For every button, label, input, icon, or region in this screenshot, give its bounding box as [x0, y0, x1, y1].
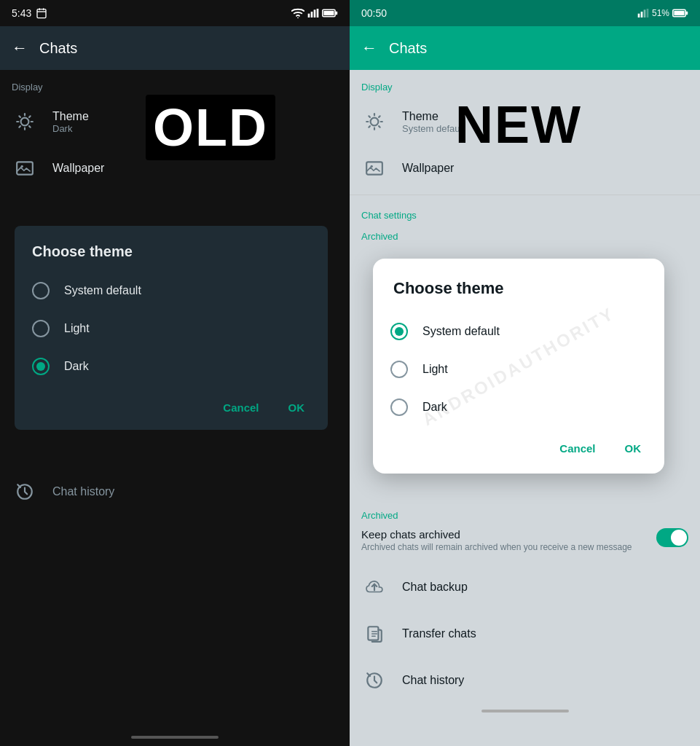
- svg-rect-7: [317, 9, 319, 17]
- left-dialog-title: Choose theme: [20, 243, 322, 272]
- svg-rect-6: [314, 9, 316, 17]
- right-option-dark[interactable]: Dark: [379, 388, 658, 426]
- right-chat-section: Chat settings: [350, 198, 700, 227]
- right-radio-light-label: Light: [422, 363, 448, 376]
- svg-point-11: [21, 118, 29, 126]
- right-bottom-indicator: [481, 710, 569, 712]
- left-theme-text: Theme Dark: [52, 110, 89, 134]
- svg-line-36: [379, 126, 380, 127]
- right-backup-item[interactable]: Chat backup: [350, 564, 700, 610]
- right-toggle-knob: [671, 530, 687, 546]
- svg-rect-10: [335, 12, 337, 15]
- svg-line-38: [369, 126, 370, 127]
- left-radio-dark-label: Dark: [64, 360, 89, 373]
- right-radio-light: [390, 361, 408, 378]
- left-bottom-bar: [0, 729, 350, 746]
- right-history-title: Chat history: [402, 674, 464, 687]
- new-label: NEW: [455, 95, 582, 154]
- left-dialog: Choose theme System default Light Dark C…: [15, 226, 328, 430]
- right-keep-archived-item[interactable]: Keep chats archived Archived chats will …: [361, 522, 688, 558]
- right-dialog-title: Choose theme: [379, 279, 658, 313]
- right-battery-text: 51%: [652, 8, 669, 18]
- left-app-bar: ← Chats: [0, 26, 350, 70]
- svg-rect-25: [644, 9, 646, 17]
- svg-rect-24: [641, 12, 643, 17]
- right-radio-system: [390, 323, 408, 340]
- right-back-button[interactable]: ←: [361, 39, 377, 58]
- left-option-dark[interactable]: Dark: [20, 348, 322, 385]
- right-theme-icon: [361, 109, 388, 135]
- right-archived-section: Archived: [350, 227, 700, 243]
- right-wallpaper-icon: [361, 155, 388, 181]
- transfer-icon: [361, 621, 388, 647]
- calendar-icon: [36, 7, 47, 19]
- svg-line-35: [369, 116, 370, 117]
- svg-line-18: [29, 116, 31, 117]
- right-option-system[interactable]: System default: [379, 313, 658, 350]
- right-dialog-buttons: Cancel OK: [379, 426, 658, 462]
- right-keep-archived-subtitle: Archived chats will remain archived when…: [361, 542, 656, 552]
- left-theme-title: Theme: [52, 110, 89, 123]
- svg-line-17: [29, 126, 31, 127]
- svg-rect-9: [323, 11, 334, 15]
- right-dialog: ANDROIDAUTHORITY Choose theme System def…: [373, 259, 664, 474]
- right-history-item[interactable]: Chat history: [350, 657, 700, 704]
- svg-point-30: [371, 118, 379, 126]
- left-status-icons: [291, 8, 338, 18]
- theme-icon: [12, 109, 38, 135]
- right-divider-1: [350, 195, 700, 195]
- right-battery-icon: [672, 9, 688, 17]
- left-dialog-buttons: Cancel OK: [20, 385, 322, 421]
- left-theme-subtitle: Dark: [52, 123, 89, 134]
- right-cancel-button[interactable]: Cancel: [554, 438, 601, 459]
- right-status-bar: 00:50 51%: [350, 0, 700, 26]
- left-cancel-button[interactable]: Cancel: [217, 397, 264, 418]
- right-keep-archived-toggle[interactable]: [656, 528, 688, 547]
- left-radio-system: [32, 282, 50, 299]
- svg-line-19: [19, 126, 20, 127]
- right-page-title: Chats: [389, 40, 427, 57]
- left-time: 5:43: [12, 7, 47, 19]
- backup-icon: [361, 574, 388, 600]
- left-option-light[interactable]: Light: [20, 310, 322, 348]
- right-status-icons: 51%: [637, 8, 688, 18]
- left-bottom-indicator: [131, 736, 219, 739]
- left-ok-button[interactable]: OK: [283, 397, 311, 418]
- right-keep-archived-text: Keep chats archived Archived chats will …: [361, 528, 656, 552]
- svg-rect-28: [674, 11, 684, 15]
- svg-rect-29: [685, 12, 688, 15]
- right-ok-button[interactable]: OK: [619, 438, 648, 459]
- left-settings-content: Display Theme Dark: [0, 70, 350, 729]
- left-wallpaper-title: Wallpaper: [52, 162, 104, 175]
- left-chat-history-item[interactable]: Chat history: [0, 468, 350, 515]
- right-wallpaper-title: Wallpaper: [402, 162, 454, 175]
- right-panel: 00:50 51% ← Chats NEW Display: [350, 0, 700, 746]
- right-app-bar: ← Chats: [350, 26, 700, 70]
- history-icon-left: [12, 479, 38, 505]
- svg-line-37: [379, 116, 380, 117]
- right-radio-dark: [390, 398, 408, 416]
- right-time: 00:50: [361, 7, 387, 19]
- left-option-system[interactable]: System default: [20, 272, 322, 310]
- signal-bars-icon: [637, 8, 649, 18]
- right-settings-content: Display Theme System default: [350, 70, 700, 746]
- right-transfer-item[interactable]: Transfer chats: [350, 610, 700, 657]
- right-wallpaper-text: Wallpaper: [402, 162, 454, 175]
- right-option-light[interactable]: Light: [379, 350, 658, 388]
- right-backup-title: Chat backup: [402, 581, 468, 594]
- left-radio-dark: [32, 358, 50, 375]
- left-panel: 5:43 ← Chats OLD Display: [0, 0, 350, 746]
- left-radio-system-label: System default: [64, 284, 141, 297]
- left-wallpaper-text: Wallpaper: [52, 162, 104, 175]
- right-history-icon: [361, 667, 388, 694]
- left-radio-light: [32, 320, 50, 337]
- right-bottom-bar: [350, 704, 700, 718]
- svg-line-16: [19, 116, 20, 117]
- left-chat-history-title: Chat history: [52, 485, 114, 498]
- right-radio-dark-label: Dark: [422, 401, 447, 414]
- svg-rect-26: [647, 9, 649, 17]
- battery-icon: [322, 9, 338, 17]
- left-back-button[interactable]: ←: [12, 39, 28, 58]
- svg-rect-5: [311, 12, 313, 17]
- right-archived-container: Archived Keep chats archived Archived ch…: [350, 506, 700, 561]
